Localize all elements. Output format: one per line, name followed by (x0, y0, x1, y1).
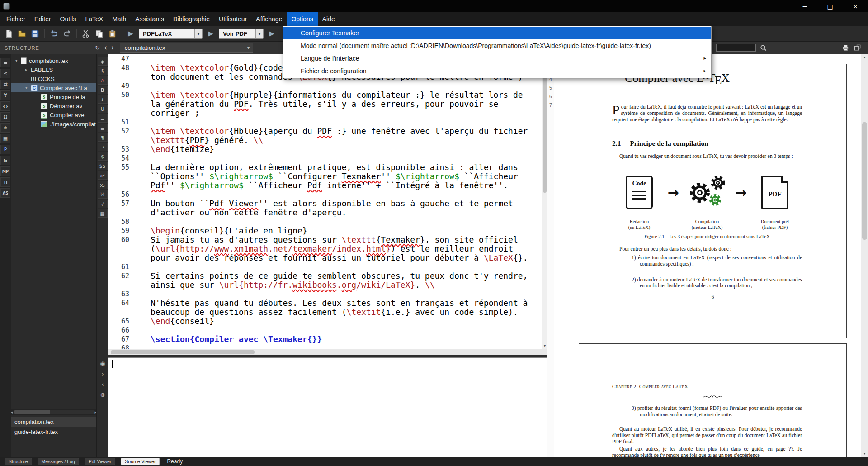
menu-item-math[interactable]: Math (108, 12, 131, 26)
open-file-icon[interactable] (16, 28, 28, 40)
undo-icon[interactable] (48, 28, 60, 40)
log-view-icon[interactable]: ◉ (100, 360, 105, 367)
back-icon[interactable]: ‹ (104, 44, 107, 52)
structure-item[interactable]: SDémarrer av (11, 101, 96, 110)
statusbar-messages-log-button[interactable]: Messages / Log (38, 458, 79, 465)
close-button[interactable]: × (843, 0, 868, 12)
refresh-structure-icon[interactable]: ↻ (95, 45, 100, 51)
editor-row[interactable]: 59\begin{conseil}{L'aide en ligne} (108, 226, 542, 235)
menu-item-editer[interactable]: Editer (30, 12, 56, 26)
misc-symbols-icon[interactable]: ∀ (0, 90, 10, 100)
wizard-icon[interactable]: ◈ (98, 57, 108, 66)
arrow-symbols-icon[interactable]: ⇄ (0, 80, 10, 89)
pdf-viewer[interactable]: Compiler avec LATEX Pour faire du LaTeX,… (554, 54, 861, 457)
structure-hscrollbar[interactable]: ◂ ▸ (11, 409, 97, 415)
editor-row[interactable]: 60Si jamais tu as d'autres questions sur… (108, 235, 542, 244)
view-run-button[interactable]: ▶ (266, 28, 277, 39)
sqrt-icon[interactable]: √ (98, 200, 108, 208)
view-command-select[interactable]: Voir PDF▾ (219, 29, 264, 39)
structure-item[interactable]: ./Images/compilat (11, 119, 96, 128)
underline-icon[interactable]: U (98, 105, 108, 113)
editor-row[interactable]: 61 (108, 262, 542, 271)
editor-row[interactable]: Pdf'' $\rightarrow$ ``Afficheur Pdf inte… (108, 181, 542, 190)
new-file-icon[interactable] (3, 28, 15, 40)
tikz-icon[interactable]: TI (0, 177, 10, 187)
scroll-thumb[interactable] (862, 122, 867, 240)
inline-math-icon[interactable]: $ (98, 152, 108, 161)
editor-row[interactable]: 66 (108, 326, 542, 335)
compile-run-button[interactable]: ▶ (205, 28, 216, 39)
editor-row[interactable]: 55La dernière option, extrêmement pratiq… (108, 163, 542, 172)
editor-row[interactable]: beaucoup de questions assez facilement (… (108, 308, 542, 317)
pdf-page-number[interactable]: 7 (547, 101, 554, 109)
pdf-search-input[interactable] (716, 44, 756, 52)
most-used-symbols-icon[interactable]: ∗ (0, 123, 10, 133)
statusbar-structure-button[interactable]: Structure (5, 458, 32, 465)
expander-icon[interactable]: ▾ (25, 86, 31, 90)
editor-row[interactable]: 51 (108, 118, 542, 127)
editor-row[interactable]: 62Si certains points de ce guide te semb… (108, 271, 542, 281)
forward-icon[interactable]: › (111, 44, 114, 52)
open-file-item[interactable]: guide-latex-fr.tex (11, 427, 96, 437)
align-center-icon[interactable]: ≣ (98, 124, 108, 132)
editor-row[interactable]: d'activer ou non cette fenêtre d'aperçu. (108, 208, 542, 217)
structure-item[interactable]: ▾compilation.tex (11, 56, 96, 65)
paste-icon[interactable] (106, 28, 118, 40)
subscript-icon[interactable]: x₂ (98, 181, 108, 189)
text-color-icon[interactable]: A (98, 76, 108, 85)
pdf-page-number[interactable]: 5 (547, 84, 554, 92)
menu-item-affichage[interactable]: Affichage (251, 12, 287, 26)
editor-row[interactable]: 63 (108, 290, 542, 299)
metapost-icon[interactable]: MP (0, 166, 10, 176)
structure-item[interactable]: SCompiler ave (11, 110, 96, 119)
editor-row[interactable]: (\url{http://www.xm1math.net/texmaker/in… (108, 244, 542, 253)
statusbar-source-viewer-button[interactable]: Source Viewer (121, 458, 160, 465)
structure-item[interactable]: ▾CCompiler avec \La (11, 83, 96, 92)
scroll-up-icon[interactable]: ▴ (861, 54, 868, 61)
log-next-icon[interactable]: › (101, 371, 104, 377)
options-menu-item[interactable]: Fichier de configuration▸ (283, 65, 711, 77)
asymptote-icon[interactable]: AS (0, 188, 10, 198)
structure-item[interactable]: SPrincipe de la (11, 92, 96, 101)
align-left-icon[interactable]: ≡ (98, 114, 108, 123)
menu-item-assistants[interactable]: Assistants (131, 12, 169, 26)
source-editor[interactable]: 4748\item \textcolor{Gold}{code source :… (108, 54, 547, 355)
expander-icon[interactable]: ▾ (15, 58, 21, 63)
editor-vscrollbar[interactable]: ▾ (542, 54, 547, 349)
save-file-icon[interactable] (29, 28, 41, 40)
indent-icon[interactable]: → (98, 143, 108, 151)
pdf-vscrollbar[interactable]: ▴ ▾ (861, 54, 868, 457)
scroll-track[interactable] (14, 410, 94, 414)
open-file-tab-select[interactable]: compilation.tex ▾ (120, 43, 253, 53)
editor-row[interactable]: 54 (108, 154, 542, 163)
detach-icon[interactable] (853, 43, 862, 52)
editor-row[interactable]: 56 (108, 190, 542, 199)
menu-item-fichier[interactable]: Fichier (2, 12, 30, 26)
relation-symbols-icon[interactable]: ≤ (0, 69, 10, 78)
menu-item-aide[interactable]: Aide (318, 12, 340, 26)
statusbar-pdf-viewer-button[interactable]: Pdf Viewer (85, 458, 116, 465)
options-menu-item[interactable]: Configurer Texmaker (283, 27, 711, 39)
structure-item[interactable]: BLOCKS (11, 74, 96, 83)
structure-item[interactable]: ▸LABELS (11, 65, 96, 74)
editor-row[interactable]: 65\end{conseil} (108, 317, 542, 326)
editor-row[interactable]: pour avoir des réponses et fournit aussi… (108, 253, 542, 262)
minimize-button[interactable]: − (792, 0, 817, 12)
redo-icon[interactable] (61, 28, 73, 40)
fraction-icon[interactable]: ½ (98, 190, 108, 199)
editor-row[interactable]: 52\item \textcolor{Hblue}{aperçu du PDF … (108, 127, 542, 136)
new-paragraph-icon[interactable]: ¶ (98, 133, 108, 142)
options-menu-item[interactable]: Mode normal (document maître actuel :D:\… (283, 39, 711, 52)
options-menu-item[interactable]: Langue de l'interface▸ (283, 52, 711, 65)
bold-icon[interactable]: B (98, 86, 108, 94)
menu-item-bibliographie[interactable]: Bibliographie (169, 12, 214, 26)
label-icon[interactable]: § (98, 67, 108, 75)
editor-row[interactable]: corriger ; (108, 109, 542, 118)
superscript-icon[interactable]: x² (98, 171, 108, 180)
editor-row[interactable]: 49 (108, 81, 542, 90)
log-prev-icon[interactable]: ‹ (101, 381, 104, 388)
editor-row[interactable]: 64N'hésite pas quand tu débutes. Les deu… (108, 299, 542, 308)
copy-icon[interactable] (93, 28, 105, 40)
editor-code-area[interactable]: 4748\item \textcolor{Gold}{code source :… (108, 54, 542, 349)
display-math-icon[interactable]: $$ (98, 162, 108, 170)
